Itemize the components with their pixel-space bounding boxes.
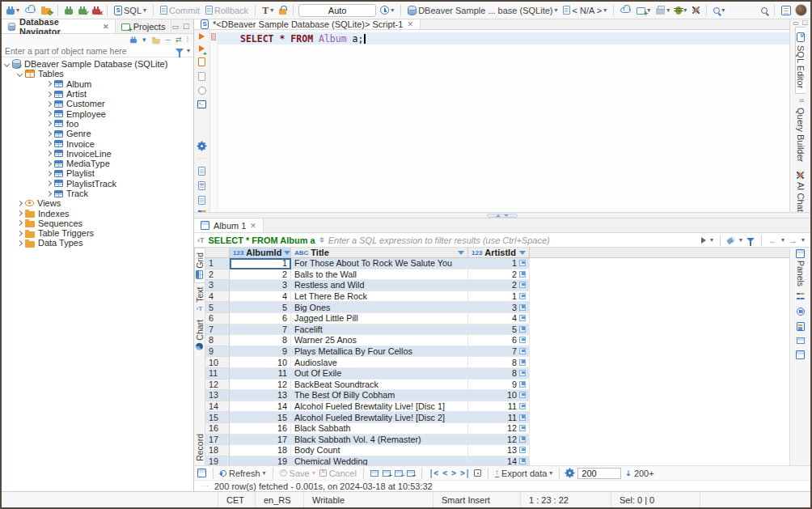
row-number[interactable]: 11: [205, 368, 230, 380]
chevron-down-icon[interactable]: ▾: [187, 48, 190, 54]
tree-item-track[interactable]: Track: [2, 189, 193, 198]
fetch-size-input[interactable]: 200: [577, 468, 621, 479]
chevron-right-icon[interactable]: [46, 161, 52, 167]
tab-sql-editor[interactable]: SQL Editor: [795, 27, 806, 94]
sash-grip[interactable]: [487, 214, 518, 218]
tab-text[interactable]: ‹TText: [195, 283, 205, 316]
result-settings-icon[interactable]: [566, 469, 573, 477]
cell-artistid[interactable]: 2: [468, 280, 530, 291]
chevron-down-icon[interactable]: [17, 71, 23, 77]
cell-title[interactable]: Black Sabbath Vol. 4 (Remaster): [291, 435, 468, 446]
tree-item-indexes[interactable]: Indexes: [2, 208, 193, 218]
calc-panel-icon[interactable]: [797, 322, 805, 331]
foreign-key-link-icon[interactable]: [519, 260, 526, 266]
toggle-panel-icon[interactable]: [197, 469, 206, 477]
chevron-right-icon[interactable]: [46, 121, 52, 126]
cell-albumid[interactable]: 14: [230, 401, 291, 413]
cancel-button[interactable]: Cancel: [319, 469, 357, 478]
tree-item-foo[interactable]: foo: [2, 119, 193, 129]
transaction-log-button[interactable]: T▾: [260, 5, 275, 16]
object-filter-input[interactable]: [5, 46, 172, 56]
table-row[interactable]: 88Warner 25 Anos6: [205, 335, 789, 346]
global-search-button[interactable]: [759, 6, 769, 15]
cell-artistid[interactable]: 1: [468, 258, 530, 269]
filter-history-back-icon[interactable]: ←: [768, 235, 777, 245]
edit-row-icon[interactable]: [370, 470, 379, 477]
filter-settings-icon[interactable]: [746, 238, 755, 242]
foreign-key-link-icon[interactable]: [519, 282, 526, 288]
first-row-icon[interactable]: |<: [429, 469, 438, 477]
cell-artistid[interactable]: 10: [468, 390, 530, 401]
script-output-icon[interactable]: [198, 196, 205, 205]
link-with-editor-icon[interactable]: ⇄: [176, 36, 182, 44]
commit-mode-select[interactable]: Auto: [298, 4, 376, 17]
new-window-button[interactable]: ▾: [635, 5, 652, 15]
status-menu-icon[interactable]: ···: [201, 482, 209, 490]
previous-row-icon[interactable]: <: [442, 469, 447, 477]
chevron-down-icon[interactable]: [4, 62, 10, 67]
cell-title[interactable]: Jagged Little Pill: [291, 313, 468, 324]
chevron-down-icon[interactable]: ▾: [710, 237, 713, 244]
column-header-albumid[interactable]: 123 AlbumId: [230, 248, 291, 257]
refresh-button[interactable]: Refresh▾: [220, 469, 266, 478]
test-connection-button[interactable]: [77, 6, 88, 15]
tree-item-dbeaver-sample-database-sqlite-[interactable]: DBeaver Sample Database (SQLite): [2, 59, 193, 69]
delete-row-icon[interactable]: [407, 470, 415, 477]
last-row-icon[interactable]: >|: [460, 469, 470, 477]
cell-artistid[interactable]: 5: [468, 324, 530, 336]
cell-title[interactable]: Audioslave: [291, 357, 468, 368]
chevron-right-icon[interactable]: [17, 201, 23, 206]
cell-title[interactable]: Big Ones: [291, 302, 468, 313]
value-viewer-icon[interactable]: [797, 293, 805, 301]
table-row[interactable]: 44Let There Be Rock1: [205, 291, 789, 303]
cell-albumid[interactable]: 19: [230, 456, 291, 465]
maximize-editor-icon[interactable]: ☐: [802, 19, 808, 27]
row-number[interactable]: 7: [205, 324, 230, 336]
foreign-key-link-icon[interactable]: [519, 293, 526, 299]
cell-artistid[interactable]: 8: [468, 357, 530, 368]
panels-toggle[interactable]: Panels: [796, 249, 806, 286]
table-row[interactable]: 77Facelift5: [205, 324, 789, 336]
cell-title[interactable]: Chemical Wedding: [291, 456, 468, 465]
open-connection-folder-button[interactable]: [40, 5, 53, 15]
go-to-row-icon[interactable]: [474, 469, 481, 477]
tree-item-table-triggers[interactable]: Table Triggers: [2, 228, 193, 238]
foreign-key-link-icon[interactable]: [519, 304, 526, 311]
table-row[interactable]: 1919Chemical Wedding14: [205, 456, 789, 465]
foreign-key-link-icon[interactable]: [519, 458, 526, 464]
editor-results-sash[interactable]: [194, 212, 810, 218]
table-row[interactable]: 33Restless and Wild2: [205, 280, 789, 291]
cell-artistid[interactable]: 14: [468, 456, 530, 465]
next-row-icon[interactable]: >: [451, 469, 456, 477]
chevron-down-icon[interactable]: ▾: [142, 36, 146, 44]
row-number[interactable]: 18: [205, 445, 230, 456]
table-row[interactable]: 1212BackBeat Soundtrack9: [205, 380, 789, 391]
sort-dropdown-icon[interactable]: [458, 251, 464, 255]
foreign-key-link-icon[interactable]: [519, 392, 526, 398]
cell-albumid[interactable]: 13: [230, 390, 291, 401]
fetch-all-button[interactable]: ⇣200+: [625, 469, 653, 478]
close-icon[interactable]: ✕: [407, 20, 413, 28]
row-number[interactable]: 6: [205, 313, 230, 324]
execute-statement-button[interactable]: [199, 33, 205, 40]
foreign-key-link-icon[interactable]: [519, 436, 526, 443]
row-number[interactable]: 13: [205, 390, 230, 401]
chevron-right-icon[interactable]: [46, 91, 52, 96]
column-header-artistid[interactable]: 123 ArtistId: [468, 248, 530, 257]
editor-settings-icon[interactable]: [198, 142, 205, 150]
cloud-sync-button[interactable]: [619, 6, 632, 14]
table-row[interactable]: 66Jagged Little Pill4: [205, 313, 789, 324]
clear-filter-icon[interactable]: [726, 235, 736, 244]
foreign-key-link-icon[interactable]: [519, 370, 526, 376]
cell-albumid[interactable]: 5: [230, 302, 291, 313]
cell-title[interactable]: For Those About To Rock We Salute You: [291, 258, 468, 269]
row-number[interactable]: 19: [205, 456, 230, 465]
chevron-right-icon[interactable]: [17, 231, 23, 236]
foreign-key-link-icon[interactable]: [519, 447, 526, 453]
tree-item-genre[interactable]: Genre: [2, 129, 193, 138]
chevron-right-icon[interactable]: [46, 180, 52, 186]
tree-item-data-types[interactable]: Data Types: [2, 238, 193, 248]
foreign-key-link-icon[interactable]: [519, 348, 526, 354]
sql-code-area[interactable]: SELECT * FROM Album a;: [218, 30, 789, 218]
cell-albumid[interactable]: 1: [230, 258, 291, 269]
